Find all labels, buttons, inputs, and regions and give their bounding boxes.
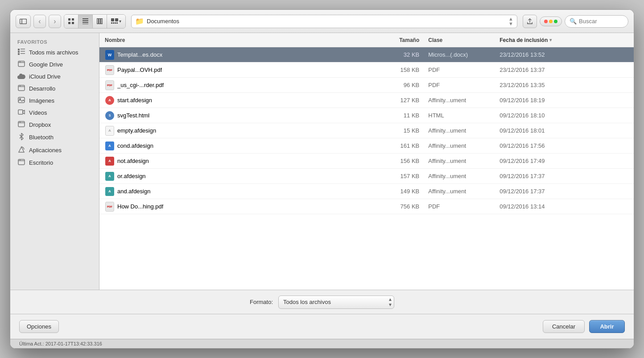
file-date: 09/12/2016 17:56 [500,142,628,149]
column-view-button[interactable] [93,15,107,28]
file-icon: W [105,50,115,60]
sidebar-item-bluetooth[interactable]: Bluetooth [10,131,99,144]
sidebar: Favoritos Todos mis archivos [10,33,99,290]
sidebar-item-aplicaciones[interactable]: Aplicaciones [10,144,99,157]
file-icon: A [105,156,115,166]
format-label: Formato: [250,299,273,305]
sidebar-section-header: Favoritos [10,37,99,46]
file-size: 157 KB [388,173,428,179]
file-name: svgTest.html [117,112,149,119]
svg-rect-19 [18,49,20,50]
sidebar-item-icloud[interactable]: iCloud Drive [10,71,99,83]
file-kind: Affinity...ument [428,127,500,134]
sidebar-item-dropbox[interactable]: Dropbox [10,119,99,131]
svg-rect-24 [21,53,25,54]
pdf-icon: PDF [105,80,114,90]
aplicaciones-icon [17,146,25,154]
table-row[interactable]: A or.afdesign 157 KB Affinity...ument 09… [99,169,634,184]
table-row[interactable]: PDF _us_cgi-...rder.pdf 96 KB PDF 23/12/… [99,78,634,93]
search-input[interactable] [579,18,623,25]
action-buttons: Cancelar Abrir [543,320,625,333]
search-icon: 🔍 [570,18,577,25]
svg-rect-11 [99,19,100,24]
file-size: 161 KB [388,142,428,149]
file-name: _us_cgi-...rder.pdf [117,82,164,88]
pdf-icon: PDF [105,65,114,75]
tag-button[interactable] [540,17,562,26]
word-icon: W [105,50,114,60]
file-open-dialog: ‹ › [10,9,634,349]
table-row[interactable]: A empty.afdesign 15 KB Affinity...ument … [99,123,634,138]
cell-name: A or.afdesign [105,171,388,181]
svg-rect-17 [115,22,116,24]
escritorio-icon [17,159,25,167]
file-date: 09/12/2016 17:37 [500,173,628,179]
affinity-icon: A [105,142,114,150]
file-size: 156 KB [388,158,428,164]
svg-rect-16 [113,22,114,24]
file-icon: A [105,96,115,105]
dialog-actions: Opciones Cancelar Abrir [10,314,634,339]
table-row[interactable]: W Templat...es.docx 32 KB Micros...(.doc… [99,47,634,62]
back-button[interactable]: ‹ [33,15,46,28]
share-button[interactable] [523,15,537,28]
svg-rect-8 [83,22,88,23]
table-row[interactable]: A cond.afdesign 161 KB Affinity...ument … [99,138,634,154]
svg-rect-20 [21,49,25,50]
file-name: or.afdesign [117,173,146,179]
sidebar-item-todos[interactable]: Todos mis archivos [10,46,99,58]
file-date: 23/12/2016 13:35 [500,82,628,88]
sidebar-item-videos[interactable]: Vídeos [10,107,99,119]
gallery-view-button[interactable]: ▾ [107,15,125,28]
open-button[interactable]: Abrir [589,320,625,333]
sidebar-item-label: Imágenes [29,97,54,104]
table-row[interactable]: S svgTest.html 11 KB HTML 09/12/2016 18:… [99,108,634,123]
sidebar-item-label: Vídeos [29,109,47,116]
affinity-blank-icon: A [105,126,114,136]
file-icon: A [105,187,115,196]
file-size: 32 KB [388,51,428,58]
file-date: 09/12/2016 18:01 [500,127,628,134]
format-bar: Formato: Todos los archivos ▲ ▼ [10,290,634,314]
view-toggle-group: ▾ [64,14,126,29]
file-kind: PDF [428,203,500,210]
forward-button[interactable]: › [49,15,61,28]
cell-name: PDF _us_cgi-...rder.pdf [105,80,388,90]
svg-rect-15 [111,22,112,24]
affinity-icon: A [105,172,114,181]
file-size: 96 KB [388,82,428,88]
table-row[interactable]: PDF How Do...hing.pdf 756 KB PDF 09/12/2… [99,199,634,214]
svg-rect-37 [18,159,25,165]
table-row[interactable]: A not.afdesign 156 KB Affinity...ument 0… [99,154,634,169]
sidebar-item-escritorio[interactable]: Escritorio [10,157,99,169]
file-kind: Affinity...ument [428,188,500,195]
location-bar[interactable]: 📁 Documentos ▲ ▼ [131,15,517,28]
file-name: start.afdesign [117,97,152,104]
imagenes-icon [17,97,25,104]
affinity-icon: A [105,96,114,105]
sidebar-item-googledrive[interactable]: Google Drive [10,58,99,71]
format-select[interactable]: Todos los archivos [278,296,394,309]
cell-name: PDF Paypal...OVH.pdf [105,65,388,75]
table-row[interactable]: A start.afdesign 127 KB Affinity...ument… [99,93,634,108]
icon-view-button[interactable] [64,15,78,28]
svg-rect-14 [115,18,118,21]
dropbox-icon [17,121,25,129]
svg-rect-13 [111,18,114,21]
sidebar-toggle-button[interactable] [16,15,31,28]
file-kind: PDF [428,67,500,73]
sidebar-item-label: Aplicaciones [29,147,62,154]
cancel-button[interactable]: Cancelar [543,320,585,333]
table-row[interactable]: A and.afdesign 149 KB Affinity...ument 0… [99,184,634,199]
search-box[interactable]: 🔍 [565,15,628,28]
file-date: 09/12/2016 17:37 [500,188,628,195]
options-button[interactable]: Opciones [19,320,59,333]
sidebar-item-imagenes[interactable]: Imágenes [10,95,99,107]
svg-rect-3 [72,18,74,21]
table-row[interactable]: PDF Paypal...OVH.pdf 158 KB PDF 23/12/20… [99,62,634,78]
cell-name: A empty.afdesign [105,126,388,136]
cell-name: A start.afdesign [105,96,388,105]
svg-rect-22 [21,51,25,52]
list-view-button[interactable] [78,15,93,28]
sidebar-item-desarrollo[interactable]: Desarrollo [10,83,99,95]
